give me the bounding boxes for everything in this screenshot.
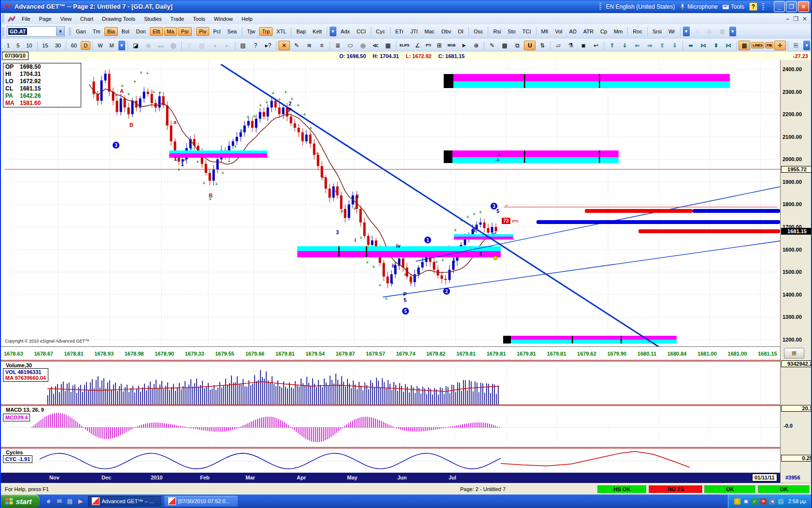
- tray-monitor-icon[interactable]: ▢: [778, 498, 784, 505]
- properties-icon[interactable]: ⎘: [790, 41, 802, 50]
- balloon-icon[interactable]: ⬤: [168, 41, 179, 50]
- gann-angle-icon[interactable]: ∠: [412, 41, 423, 50]
- language-bar-grip[interactable]: [599, 3, 601, 11]
- shift-down-icon[interactable]: ⇩: [669, 41, 681, 50]
- study-button-bia[interactable]: Bia: [104, 27, 118, 36]
- axis-properties-button[interactable]: ▦: [784, 348, 804, 359]
- study-button-vol[interactable]: Vol: [552, 27, 565, 36]
- mob-tool-icon[interactable]: MOB: [446, 42, 457, 48]
- study-button-wr[interactable]: Wr: [666, 27, 678, 36]
- draw-pencil-icon[interactable]: ✎: [486, 41, 498, 50]
- study-button-piv[interactable]: Piv: [196, 27, 209, 36]
- study-button-gan[interactable]: Gan: [73, 27, 89, 36]
- study-button-tci[interactable]: TCI: [520, 27, 534, 36]
- study-button-tjw[interactable]: Tjw: [244, 27, 258, 36]
- tray-data-icon[interactable]: ≋: [760, 498, 767, 505]
- parallel-lines-icon[interactable]: ≡: [316, 41, 328, 50]
- pti-tool-icon[interactable]: PTI: [424, 42, 433, 48]
- filter-icon[interactable]: ⚗: [565, 41, 577, 50]
- dotted-grid-icon[interactable]: ▩: [739, 41, 750, 50]
- split-adjust-icon[interactable]: ⇅: [536, 41, 548, 50]
- tray-alert-icon[interactable]: !: [734, 498, 740, 505]
- language-bar-options-grip[interactable]: [762, 3, 764, 11]
- studies-toolbar-grip[interactable]: [2, 28, 4, 36]
- macd-panel[interactable]: MACD 13, 26, 9 MCD39.4: [1, 404, 780, 448]
- menu-window[interactable]: Window: [210, 15, 237, 23]
- study-button-obv[interactable]: Obv: [438, 27, 454, 36]
- grid-tool-icon[interactable]: ▦: [382, 41, 394, 50]
- ellipse-tool-icon[interactable]: ⬭: [345, 41, 356, 50]
- tray-shield-icon[interactable]: ✓: [752, 498, 758, 505]
- study-button-atr[interactable]: ATR: [580, 27, 596, 36]
- minimize-button[interactable]: _: [774, 1, 785, 12]
- timeframe-dropdown-icon[interactable]: ▼: [118, 41, 125, 50]
- tiles-icon[interactable]: ▩: [499, 41, 510, 50]
- menu-help[interactable]: Help: [237, 15, 257, 23]
- study-button-adx[interactable]: Adx: [338, 27, 353, 36]
- study-button-bap[interactable]: Bap: [293, 27, 309, 36]
- close-button[interactable]: ✕: [798, 1, 809, 12]
- arrow-left-icon[interactable]: ⇐: [631, 41, 643, 50]
- study-button-jti[interactable]: JTI: [407, 27, 420, 36]
- study-button-roc[interactable]: Roc: [630, 27, 645, 36]
- study-button-trp[interactable]: Trp: [259, 27, 273, 36]
- menu-drawing-tools[interactable]: Drawing Tools: [98, 15, 140, 23]
- tray-volume-icon[interactable]: ◄: [769, 498, 775, 505]
- microphone-toggle[interactable]: Microphone: [680, 3, 718, 10]
- menu-tools[interactable]: Tools: [188, 15, 210, 23]
- timeframe-10[interactable]: 10: [23, 41, 35, 50]
- new-page-icon[interactable]: ▯: [184, 41, 195, 50]
- launch-media-player-icon[interactable]: ▶: [76, 497, 85, 506]
- crosshair-tool-icon[interactable]: ✕: [278, 41, 290, 50]
- study-button-ad[interactable]: AD: [566, 27, 580, 36]
- timeframe-m[interactable]: M: [107, 41, 117, 50]
- study-button-etr[interactable]: ETr: [392, 27, 406, 36]
- timeframe-1[interactable]: 1: [4, 41, 13, 50]
- launch-show-desktop-icon[interactable]: ▤: [66, 497, 74, 506]
- study-button-don[interactable]: Don: [133, 27, 149, 36]
- price-chart[interactable]: ++++++++++++++++++++++++++++++++++++++++…: [1, 60, 780, 346]
- study-button-psr[interactable]: Psr: [178, 27, 192, 36]
- compress-horizontal-icon[interactable]: ⋈: [697, 41, 709, 50]
- chart-window-icon[interactable]: ◪: [130, 41, 142, 50]
- timeframe-d[interactable]: D: [81, 41, 90, 50]
- open-folder-icon[interactable]: ▱: [552, 41, 564, 50]
- study-button-kelt[interactable]: Kelt: [310, 27, 325, 36]
- timeframe-60[interactable]: 60: [68, 41, 80, 50]
- start-button[interactable]: start: [1, 494, 40, 508]
- building-icon[interactable]: ▦: [716, 27, 728, 36]
- fan-lines-icon[interactable]: ≪: [370, 41, 381, 50]
- forward-icon[interactable]: ▸: [221, 41, 233, 50]
- menu-file[interactable]: File: [17, 15, 35, 23]
- revert-icon[interactable]: ↩: [590, 41, 602, 50]
- fib-toggle-icon[interactable]: FIB: [765, 42, 773, 48]
- lines-toggle-icon[interactable]: LINES: [751, 42, 764, 48]
- study-button-cp[interactable]: Cp: [597, 27, 610, 36]
- save-icon[interactable]: ▤: [196, 41, 208, 50]
- back-icon[interactable]: ◂: [209, 41, 220, 50]
- study-button-osc[interactable]: Osc: [471, 27, 486, 36]
- shift-up-icon[interactable]: ⇧: [656, 41, 668, 50]
- regression-channel-icon[interactable]: ≣: [332, 41, 344, 50]
- menu-page[interactable]: Page: [35, 15, 56, 23]
- arrow-right-icon[interactable]: ⇒: [644, 41, 655, 50]
- compress-vertical-icon[interactable]: ⋈: [723, 41, 734, 50]
- arrow-down-icon[interactable]: ⇓: [619, 41, 630, 50]
- study-button-ma[interactable]: Ma: [164, 27, 177, 36]
- study-button-mfi[interactable]: Mfi: [538, 27, 551, 36]
- move-tool-icon[interactable]: ➤: [458, 41, 469, 50]
- tray-clock[interactable]: 2:58 μμ: [788, 498, 806, 504]
- study-button-mm[interactable]: Mm: [611, 27, 625, 36]
- eraser-icon[interactable]: ▬: [155, 41, 167, 50]
- symbol-combobox[interactable]: GD.AT ▼: [7, 26, 65, 37]
- home-icon[interactable]: ⌂: [691, 27, 703, 36]
- study-button-rsi[interactable]: Rsi: [490, 27, 504, 36]
- child-minimize-icon[interactable]: –: [786, 15, 789, 22]
- undo-tool-icon[interactable]: U: [524, 41, 536, 50]
- studies-group-grip[interactable]: [69, 28, 71, 36]
- study-button-cyc[interactable]: Cyc: [373, 27, 388, 36]
- main-toolbar-dropdown-icon[interactable]: ▼: [803, 41, 810, 50]
- price-axis[interactable]: 2400.002300.002200.002100.002000.001900.…: [780, 60, 812, 360]
- extra-toolbar-dropdown-icon[interactable]: ▼: [729, 27, 736, 36]
- language-help-button[interactable]: ?: [749, 2, 757, 11]
